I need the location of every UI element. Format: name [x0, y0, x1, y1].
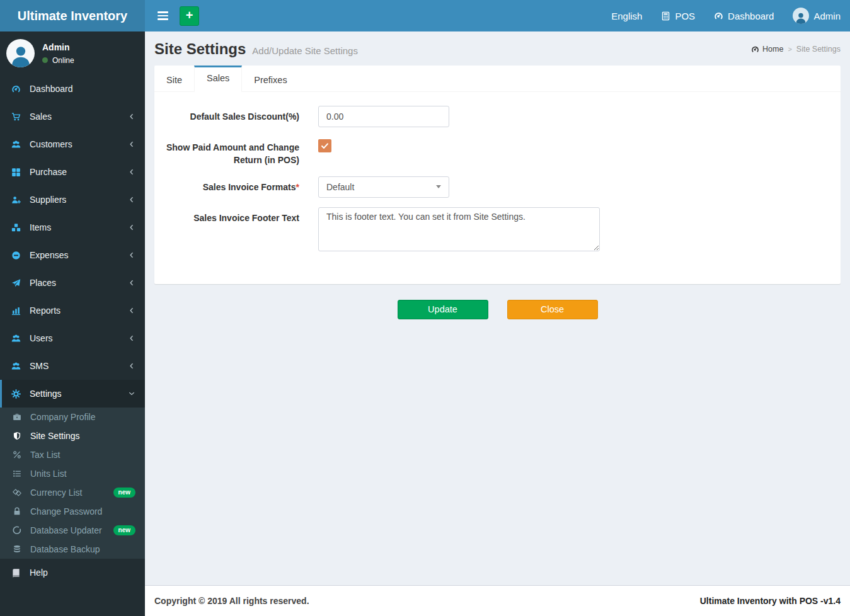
submenu-item-database-updater[interactable]: Database Updater new — [0, 521, 145, 540]
sidebar: Admin Online Dashboard Sales Customers — [0, 31, 145, 616]
breadcrumb-home-link[interactable]: Home — [751, 45, 783, 54]
users-icon — [11, 140, 24, 149]
grid-icon — [11, 168, 24, 177]
copyright-text: Copyright © 2019 All rights reserved. — [154, 596, 309, 606]
hamburger-icon — [158, 11, 168, 13]
tab-bar: Site Sales Prefixes — [154, 66, 841, 92]
book-icon — [11, 568, 24, 578]
content-header: Site Settings Add/Update Site Settings H… — [154, 31, 841, 66]
sidebar-item-label: Dashboard — [30, 84, 73, 94]
close-button[interactable]: Close — [507, 300, 598, 319]
sidebar-toggle-button[interactable] — [151, 0, 174, 31]
minus-circle-icon — [11, 251, 24, 260]
bar-chart-icon — [11, 306, 24, 316]
breadcrumb-current: Site Settings — [796, 45, 841, 54]
submenu-item-change-password[interactable]: Change Password — [0, 502, 145, 521]
caret-down-icon — [436, 185, 441, 188]
quick-add-button[interactable]: + — [180, 6, 199, 26]
submenu-item-label: Units List — [30, 469, 67, 479]
submenu-item-tax-list[interactable]: Tax List — [0, 445, 145, 464]
sidebar-item-users[interactable]: Users — [0, 324, 145, 352]
submenu-item-label: Company Profile — [30, 412, 96, 422]
dashboard-icon — [714, 11, 723, 21]
dashboard-link[interactable]: Dashboard — [704, 0, 783, 31]
chevron-down-icon — [128, 390, 135, 397]
sidebar-item-label: Items — [30, 222, 51, 232]
sidebar-item-label: Reports — [30, 305, 60, 316]
default-sales-discount-input[interactable] — [318, 106, 449, 127]
sidebar-item-purchase[interactable]: Purchase — [0, 158, 145, 186]
cart-icon — [11, 112, 24, 122]
language-label: English — [611, 11, 642, 21]
sidebar-item-items[interactable]: Items — [0, 214, 145, 241]
chevron-left-icon — [128, 307, 135, 314]
update-button[interactable]: Update — [398, 300, 488, 319]
new-badge: new — [113, 488, 135, 498]
page-title-text: Site Settings — [154, 40, 246, 58]
sidebar-item-label: Users — [30, 333, 53, 343]
person-icon — [795, 11, 807, 24]
sidebar-menu: Dashboard Sales Customers Purchase Suppl… — [0, 75, 145, 586]
online-status-dot — [42, 57, 48, 63]
tab-site[interactable]: Site — [154, 66, 194, 92]
content: Site Settings Add/Update Site Settings H… — [145, 31, 850, 585]
label-text: Sales Invoice Formats — [203, 182, 296, 192]
submenu-item-currency-list[interactable]: Currency List new — [0, 483, 145, 502]
submenu-item-label: Currency List — [30, 488, 82, 498]
sidebar-item-settings[interactable]: Settings — [0, 380, 145, 408]
submenu-item-site-settings[interactable]: Site Settings — [0, 426, 145, 445]
page-subtitle: Add/Update Site Settings — [252, 45, 358, 56]
sales-invoice-format-select[interactable]: Default — [318, 176, 449, 198]
diamonds-icon — [13, 488, 25, 497]
pos-link[interactable]: POS — [652, 0, 704, 31]
submenu-item-units-list[interactable]: Units List — [0, 464, 145, 483]
sidebar-item-sms[interactable]: SMS — [0, 352, 145, 380]
user-menu-label: Admin — [813, 11, 841, 21]
app-screen: Ultimate Inventory + English POS Dashboa… — [0, 0, 850, 616]
brand-logo[interactable]: Ultimate Inventory — [0, 0, 145, 31]
main-header: Ultimate Inventory + English POS Dashboa… — [0, 0, 850, 31]
user-status[interactable]: Online — [42, 56, 74, 65]
sidebar-item-label: Sales — [30, 111, 52, 122]
gears-icon — [11, 389, 24, 399]
online-status-label: Online — [52, 56, 74, 65]
chevron-left-icon — [128, 140, 135, 148]
sidebar-item-customers[interactable]: Customers — [0, 130, 145, 158]
sidebar-item-places[interactable]: Places — [0, 269, 145, 297]
user-menu[interactable]: Admin — [783, 0, 850, 31]
navbar-right-menu: English POS Dashboard Admin — [602, 0, 850, 31]
user-panel: Admin Online — [0, 31, 145, 75]
sidebar-item-label: Customers — [30, 139, 72, 149]
sidebar-item-help[interactable]: Help — [0, 559, 145, 586]
users-icon — [11, 334, 24, 343]
language-menu[interactable]: English — [602, 0, 652, 31]
person-icon — [9, 43, 33, 67]
new-badge: new — [113, 525, 135, 535]
form-row-paid-amount: Show Paid Amount and Change Return (in P… — [161, 137, 834, 167]
sidebar-item-label: Help — [30, 568, 48, 578]
sidebar-item-reports[interactable]: Reports — [0, 297, 145, 324]
sidebar-item-expenses[interactable]: Expenses — [0, 241, 145, 269]
submenu-item-database-backup[interactable]: Database Backup — [0, 540, 145, 559]
show-paid-amount-checkbox[interactable] — [318, 139, 331, 152]
sales-invoice-footer-textarea[interactable]: This is footer text. You can set it from… — [318, 207, 600, 251]
selected-option: Default — [326, 182, 354, 192]
tab-prefixes[interactable]: Prefixes — [242, 66, 299, 92]
user-meta: Admin Online — [42, 42, 74, 65]
chevron-left-icon — [128, 362, 135, 370]
sales-invoice-footer-text-label: Sales Invoice Footer Text — [161, 207, 299, 254]
form-row-footer-text: Sales Invoice Footer Text This is footer… — [161, 207, 834, 254]
sidebar-item-dashboard[interactable]: Dashboard — [0, 75, 145, 103]
gauge-icon — [11, 84, 24, 94]
users-icon — [11, 362, 24, 371]
sales-invoice-formats-label: Sales Invoice Formats* — [161, 176, 299, 198]
sidebar-item-sales[interactable]: Sales — [0, 103, 145, 130]
tab-sales[interactable]: Sales — [194, 66, 242, 92]
form-row-invoice-format: Sales Invoice Formats* Default — [161, 176, 834, 198]
shield-icon — [13, 431, 25, 440]
chevron-left-icon — [128, 251, 135, 259]
submenu-item-company-profile[interactable]: Company Profile — [0, 408, 145, 426]
sidebar-item-label: SMS — [30, 361, 49, 371]
submenu-item-label: Change Password — [30, 506, 102, 516]
sidebar-item-suppliers[interactable]: Suppliers — [0, 186, 145, 214]
